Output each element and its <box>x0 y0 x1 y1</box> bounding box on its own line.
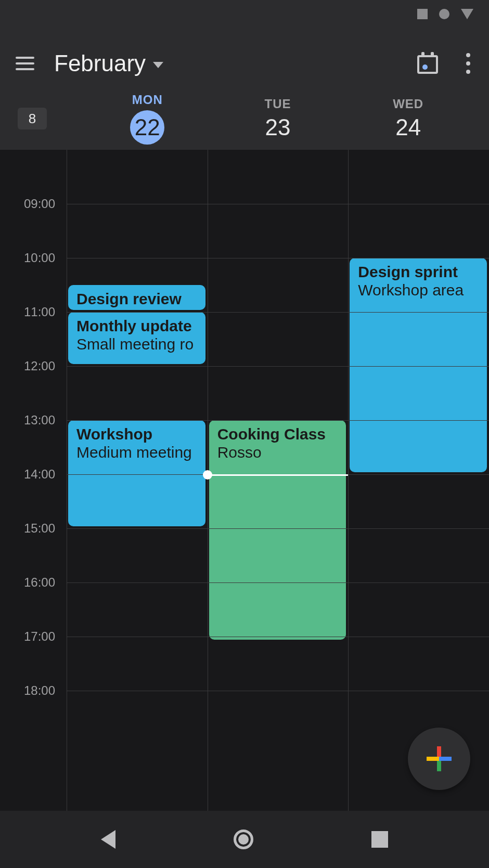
hour-label: 16:00 <box>24 575 55 590</box>
hour-gridline <box>67 691 489 691</box>
chevron-down-icon <box>153 62 163 68</box>
hour-label: 11:00 <box>24 305 55 319</box>
day-number: 23 <box>265 114 291 140</box>
hour-gridline <box>67 582 489 583</box>
current-time-line <box>208 474 349 476</box>
event-location: Rosso <box>217 444 338 462</box>
day-number: 22 <box>130 110 164 145</box>
system-nav-bar <box>0 811 489 868</box>
time-gutter: 09:0010:0011:0012:0013:0014:0015:0016:00… <box>0 150 67 826</box>
hour-label: 17:00 <box>24 629 55 644</box>
hour-gridline <box>67 637 489 637</box>
day-column-mon[interactable]: Design reviewMonthly updateSmall meeting… <box>67 150 208 826</box>
calendar-event[interactable]: Design sprintWorkshop area <box>350 258 487 472</box>
event-title: Workshop <box>76 425 197 444</box>
day-of-week-label: MON <box>132 93 163 107</box>
hour-label: 15:00 <box>24 521 55 536</box>
home-button[interactable] <box>234 830 253 849</box>
status-circle-icon <box>439 9 449 19</box>
day-number: 24 <box>395 114 421 140</box>
status-square-icon <box>417 9 428 19</box>
calendar-event[interactable]: Design review <box>68 285 205 310</box>
day-header-mon[interactable]: MON 22 <box>82 93 213 145</box>
day-column-wed[interactable]: Design sprintWorkshop area <box>348 150 489 826</box>
calendar-event[interactable]: Cooking ClassRosso <box>209 420 346 640</box>
today-icon[interactable] <box>417 53 438 74</box>
hour-gridline <box>67 528 489 529</box>
day-of-week-label: WED <box>393 97 423 111</box>
hour-gridline <box>67 366 489 367</box>
hour-label: 14:00 <box>24 467 55 482</box>
day-header-wed[interactable]: WED 24 <box>343 97 473 140</box>
status-bar <box>0 0 489 28</box>
recent-apps-button[interactable] <box>371 831 388 848</box>
hour-gridline <box>67 420 489 421</box>
current-time-dot <box>203 470 212 480</box>
event-title: Monthly update <box>76 317 197 335</box>
event-location: Small meeting ro <box>76 335 197 354</box>
status-triangle-icon <box>461 9 473 19</box>
month-label: February <box>54 50 146 76</box>
day-header-row: 8 MON 22 TUE 23 WED 24 <box>16 82 473 150</box>
event-title: Design review <box>76 290 197 308</box>
week-number-chip[interactable]: 8 <box>18 108 47 129</box>
event-title: Design sprint <box>358 263 479 281</box>
day-column-tue[interactable]: Cooking ClassRosso <box>208 150 349 826</box>
app-bar: February 8 MON 22 TUE 23 WED 24 <box>0 28 489 150</box>
hour-label: 13:00 <box>24 413 55 427</box>
month-picker[interactable]: February <box>54 50 163 76</box>
event-title: Cooking Class <box>217 425 338 444</box>
event-location: Workshop area <box>358 281 479 300</box>
hour-gridline <box>67 258 489 258</box>
hour-label: 12:00 <box>24 359 55 373</box>
calendar-grid[interactable]: 09:0010:0011:0012:0013:0014:0015:0016:00… <box>0 150 489 826</box>
create-event-button[interactable] <box>408 728 470 790</box>
event-location: Medium meeting <box>76 444 197 462</box>
day-header-tue[interactable]: TUE 23 <box>213 97 343 140</box>
calendar-event[interactable]: Monthly updateSmall meeting ro <box>68 312 205 364</box>
day-of-week-label: TUE <box>264 97 291 111</box>
hour-gridline <box>67 312 489 313</box>
hour-label: 10:00 <box>24 251 55 265</box>
calendar-event[interactable]: WorkshopMedium meeting <box>68 420 205 526</box>
overflow-menu-icon[interactable] <box>463 50 473 77</box>
hour-label: 09:00 <box>24 197 55 211</box>
back-button[interactable] <box>101 830 115 849</box>
plus-icon <box>427 746 452 771</box>
hour-gridline <box>67 204 489 204</box>
hour-label: 18:00 <box>24 683 55 698</box>
menu-icon[interactable] <box>16 51 34 75</box>
